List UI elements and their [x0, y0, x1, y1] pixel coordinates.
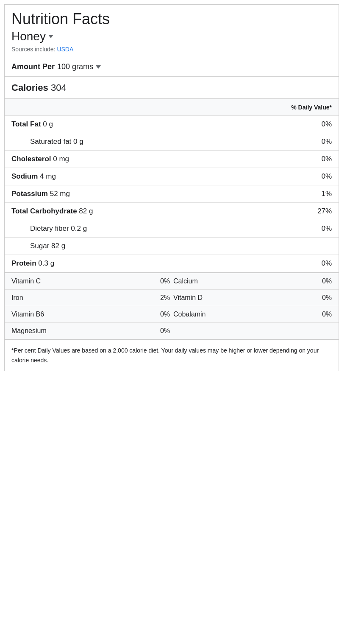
nutrient-row: Potassium 52 mg1% — [5, 185, 339, 203]
vitamin-name: Vitamin B6 — [11, 311, 44, 318]
vitamin-name: Cobalamin — [173, 311, 206, 318]
vitamin-name: Calcium — [173, 277, 198, 285]
amount-section: Amount Per 100 grams — [5, 57, 339, 77]
vitamin-pct: 0% — [322, 311, 332, 318]
vitamin-left-col: Vitamin C 0% — [11, 277, 170, 285]
calories-row: Calories 304 — [11, 82, 332, 93]
daily-value-header: % Daily Value* — [5, 99, 339, 116]
daily-value-label: % Daily Value* — [291, 104, 332, 111]
vitamins-section: Vitamin C 0% Calcium 0% Iron 2% Vitamin … — [5, 272, 339, 339]
amount-bold-label: Amount Per — [11, 62, 55, 71]
vitamin-left-col: Magnesium 0% — [11, 327, 170, 335]
vitamin-right-col: Cobalamin 0% — [173, 311, 332, 318]
daily-pct: 1% — [311, 190, 332, 198]
daily-pct: 27% — [311, 207, 332, 216]
nutrients-list: Total Fat 0 g0%Saturated fat 0 g0%Choles… — [5, 116, 339, 272]
amount-dropdown-arrow[interactable] — [96, 65, 101, 69]
calories-label: Calories — [11, 82, 48, 93]
daily-pct: 0% — [311, 172, 332, 181]
vitamin-left-col: Vitamin B6 0% — [11, 311, 170, 318]
nutrient-row: Dietary fiber 0.2 g0% — [5, 220, 339, 238]
vitamin-left-col: Iron 2% — [11, 294, 170, 302]
amount-dropdown[interactable]: 100 grams — [57, 62, 101, 71]
vitamin-name: Magnesium — [11, 327, 47, 335]
vitamin-pct: 0% — [322, 277, 332, 285]
nutrient-row: Sodium 4 mg0% — [5, 168, 339, 185]
vitamin-pct: 2% — [160, 294, 170, 302]
nutrient-name: Potassium 52 mg — [11, 190, 70, 198]
nutrient-row: Cholesterol 0 mg0% — [5, 151, 339, 168]
sugar-row: Sugar 82 g — [5, 238, 339, 255]
vitamin-pct: 0% — [322, 294, 332, 302]
header-section: Nutrition Facts Honey Sources include: U… — [5, 5, 339, 57]
nutrient-name: Saturated fat 0 g — [30, 137, 83, 146]
vitamin-right-col: Calcium 0% — [173, 277, 332, 285]
sources-row: Sources include: USDA — [11, 46, 332, 53]
footnote-section: *Per cent Daily Values are based on a 2,… — [5, 339, 339, 371]
vitamins-row: Iron 2% Vitamin D 0% — [5, 290, 339, 306]
vitamins-row: Magnesium 0% — [5, 323, 339, 339]
nutrient-row: Protein 0.3 g0% — [5, 255, 339, 272]
amount-label: Amount Per — [11, 62, 55, 71]
sources-label: Sources include: — [11, 46, 56, 53]
daily-pct: 0% — [311, 120, 332, 129]
food-dropdown-arrow[interactable] — [48, 35, 53, 38]
daily-pct: 0% — [311, 224, 332, 233]
nutrient-name: Cholesterol 0 mg — [11, 155, 69, 163]
nutrition-card: Nutrition Facts Honey Sources include: U… — [4, 4, 339, 371]
nutrition-title: Nutrition Facts — [11, 10, 332, 28]
vitamins-row: Vitamin B6 0% Cobalamin 0% — [5, 306, 339, 323]
nutrient-name: Total Fat 0 g — [11, 120, 53, 129]
nutrient-name: Protein 0.3 g — [11, 259, 54, 268]
nutrient-row: Saturated fat 0 g0% — [5, 133, 339, 151]
amount-value: 100 grams — [57, 62, 93, 71]
vitamin-name: Iron — [11, 294, 23, 302]
food-name: Honey — [11, 30, 46, 43]
nutrient-name: Sodium 4 mg — [11, 172, 56, 181]
nutrient-name: Total Carbohydrate 82 g — [11, 207, 93, 216]
calories-section: Calories 304 — [5, 77, 339, 99]
daily-pct: 0% — [311, 155, 332, 163]
food-name-row: Honey — [11, 30, 332, 43]
daily-pct: 0% — [311, 259, 332, 268]
vitamin-name: Vitamin D — [173, 294, 203, 302]
footnote-text: *Per cent Daily Values are based on a 2,… — [11, 346, 332, 365]
vitamin-pct: 0% — [160, 327, 170, 335]
vitamins-row: Vitamin C 0% Calcium 0% — [5, 273, 339, 290]
nutrient-row: Total Carbohydrate 82 g27% — [5, 203, 339, 220]
vitamin-right-col-empty — [173, 327, 332, 335]
nutrient-name: Dietary fiber 0.2 g — [30, 224, 87, 233]
nutrient-row: Total Fat 0 g0% — [5, 116, 339, 133]
vitamin-name: Vitamin C — [11, 277, 41, 285]
sugar-name: Sugar 82 g — [30, 242, 65, 250]
vitamin-pct: 0% — [160, 311, 170, 318]
vitamin-right-col: Vitamin D 0% — [173, 294, 332, 302]
usda-link[interactable]: USDA — [57, 46, 73, 53]
vitamin-pct: 0% — [160, 277, 170, 285]
daily-pct: 0% — [311, 137, 332, 146]
